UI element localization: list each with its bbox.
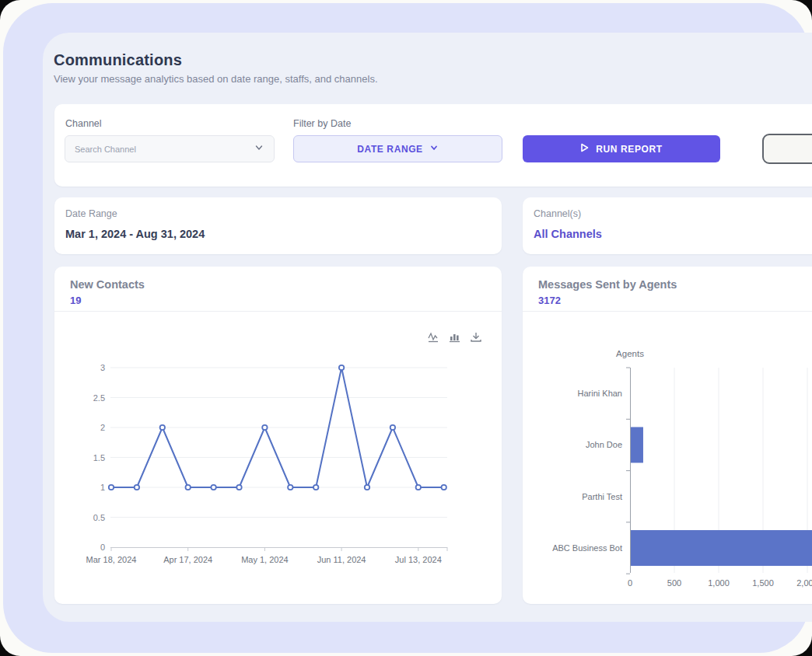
messages-by-agents-bar-chart: Agents05001,0001,5002,000Harini KhanJohn… xyxy=(523,267,812,604)
svg-text:Jun 11, 2024: Jun 11, 2024 xyxy=(317,555,366,564)
channel-label: Channel xyxy=(65,118,102,129)
screen: Communications View your message analyti… xyxy=(0,0,812,656)
date-range-button-label: DATE RANGE xyxy=(357,144,422,155)
chevron-down-icon xyxy=(429,143,439,155)
channel-select-placeholder: Search Channel xyxy=(75,145,136,154)
svg-text:3: 3 xyxy=(100,363,105,372)
svg-text:1,000: 1,000 xyxy=(708,578,730,588)
svg-text:John Doe: John Doe xyxy=(586,440,622,449)
svg-text:0: 0 xyxy=(628,578,632,588)
date-range-card-label: Date Range xyxy=(65,208,117,219)
filter-bar: Channel Search Channel Filter by Date DA… xyxy=(54,104,812,187)
svg-text:0.5: 0.5 xyxy=(93,513,105,522)
page-subtitle: View your message analytics based on dat… xyxy=(54,73,378,85)
svg-text:Mar 18, 2024: Mar 18, 2024 xyxy=(86,555,137,564)
run-report-button[interactable]: RUN REPORT xyxy=(523,135,720,162)
svg-text:500: 500 xyxy=(667,578,681,588)
date-range-card: Date Range Mar 1, 2024 - Aug 31, 2024 xyxy=(54,197,502,254)
channel-select[interactable]: Search Channel xyxy=(65,135,275,162)
partial-edge-button[interactable] xyxy=(762,134,812,164)
svg-text:2.5: 2.5 xyxy=(93,393,105,403)
svg-text:Agents: Agents xyxy=(616,349,644,358)
channels-card-label: Channel(s) xyxy=(534,208,581,219)
svg-text:1,500: 1,500 xyxy=(752,578,774,588)
svg-text:1.5: 1.5 xyxy=(93,453,105,462)
svg-text:Harini Khan: Harini Khan xyxy=(578,389,622,398)
channels-card: Channel(s) All Channels xyxy=(523,197,812,254)
svg-text:Parthi Test: Parthi Test xyxy=(582,492,622,501)
run-report-button-label: RUN REPORT xyxy=(596,144,662,155)
channels-card-value: All Channels xyxy=(534,228,602,240)
chevron-down-icon xyxy=(254,142,264,156)
messages-by-agents-card: Messages Sent by Agents 3172 Agents05001… xyxy=(523,267,812,604)
svg-text:1: 1 xyxy=(100,483,105,492)
page-title: Communications xyxy=(54,51,182,69)
svg-text:Jul 13, 2024: Jul 13, 2024 xyxy=(395,555,442,564)
svg-text:2,000: 2,000 xyxy=(796,578,812,588)
new-contacts-card: New Contacts 19 00.511.522.53Mar 18, 202… xyxy=(54,267,502,604)
svg-text:Apr 17, 2024: Apr 17, 2024 xyxy=(163,555,212,564)
new-contacts-line-chart: 00.511.522.53Mar 18, 2024Apr 17, 2024May… xyxy=(54,267,502,604)
content-panel: Communications View your message analyti… xyxy=(43,33,812,622)
svg-text:ABC Business Bot: ABC Business Bot xyxy=(552,543,622,553)
svg-text:May 1, 2024: May 1, 2024 xyxy=(241,555,289,564)
date-range-card-value: Mar 1, 2024 - Aug 31, 2024 xyxy=(65,228,205,240)
date-range-button[interactable]: DATE RANGE xyxy=(293,135,502,162)
filter-by-date-label: Filter by Date xyxy=(293,118,351,129)
svg-text:0: 0 xyxy=(100,543,105,552)
play-icon xyxy=(580,143,589,155)
svg-text:2: 2 xyxy=(100,423,105,432)
